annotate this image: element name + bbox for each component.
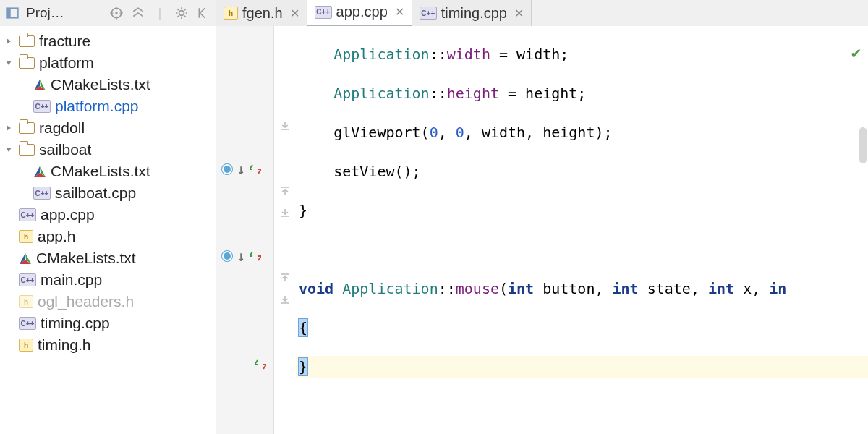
tree-item-ogl_headers-h[interactable]: hogl_headers.h [0, 291, 216, 312]
scroll-from-source-icon[interactable] [109, 5, 124, 21]
tree-item-label: ragdoll [39, 119, 85, 137]
tree-item-app-cpp[interactable]: C++app.cpp [0, 204, 216, 226]
tree-arrow-icon[interactable] [3, 38, 14, 45]
cmake-icon [33, 165, 46, 178]
fold-end-icon[interactable] [274, 289, 296, 310]
cpp-file-icon: C++ [420, 7, 437, 20]
fold-start-icon[interactable] [274, 267, 296, 289]
svg-rect-1 [7, 8, 11, 18]
close-icon[interactable]: ✕ [511, 7, 524, 20]
project-toolbar: Proj… | [0, 0, 216, 26]
tab-app-cpp[interactable]: C++ app.cpp ✕ [307, 0, 412, 26]
tree-item-main-cpp[interactable]: C++main.cpp [0, 269, 216, 291]
cpp-file-icon: C++ [19, 317, 36, 330]
divider-icon: | [152, 5, 168, 21]
close-icon[interactable]: ✕ [287, 7, 299, 20]
arrow-down-icon: ↓ [237, 247, 245, 265]
gutter-implements-marker[interactable]: ↓ [216, 158, 273, 180]
cpp-file-icon: C++ [19, 208, 36, 221]
tree-item-platform-cpp[interactable]: C++platform.cpp [0, 95, 216, 117]
vcs-change-icon [250, 251, 261, 261]
editor-tabs: h fgen.h ✕ C++ app.cpp ✕ C++ timing.cpp … [216, 0, 868, 26]
project-pane-icon[interactable] [4, 5, 20, 21]
tree-item-label: CMakeLists.txt [36, 250, 136, 267]
cpp-file-icon: C++ [315, 6, 332, 19]
code-content[interactable]: Application::width = width; Application:… [296, 26, 868, 434]
tree-item-fracture[interactable]: fracture [0, 30, 216, 52]
tree-item-cmakelists-txt[interactable]: CMakeLists.txt [0, 161, 216, 182]
vcs-change-icon [255, 359, 266, 370]
svg-point-8 [179, 11, 184, 16]
close-icon[interactable]: ✕ [392, 5, 404, 19]
cmake-icon [19, 252, 32, 265]
vcs-change-icon [250, 164, 261, 174]
project-toolbar-label: Proj… [26, 5, 103, 21]
tree-arrow-icon[interactable] [3, 124, 14, 132]
hide-icon[interactable] [195, 5, 211, 21]
tree-arrow-icon[interactable] [3, 146, 14, 153]
h-file-icon: h [19, 230, 33, 243]
inspection-ok-icon[interactable]: ✔ [851, 43, 861, 61]
gear-icon[interactable] [174, 5, 190, 21]
tree-item-cmakelists-txt[interactable]: CMakeLists.txt [0, 74, 216, 95]
project-tree[interactable]: fractureplatformCMakeLists.txtC++platfor… [0, 26, 216, 434]
fold-column[interactable] [274, 26, 296, 434]
h-file-icon: h [224, 7, 238, 20]
tab-fgen-h[interactable]: h fgen.h ✕ [216, 0, 307, 26]
cmake-icon [33, 78, 46, 91]
fold-end-icon[interactable] [274, 115, 296, 137]
tree-item-timing-cpp[interactable]: C++timing.cpp [0, 312, 216, 334]
tree-item-sailboat[interactable]: sailboat [0, 139, 216, 161]
implements-icon [222, 251, 232, 261]
tree-item-label: timing.h [38, 336, 91, 354]
gutter[interactable]: ↓ ↓ [216, 26, 274, 434]
tree-item-ragdoll[interactable]: ragdoll [0, 117, 216, 139]
tab-label: app.cpp [336, 4, 388, 20]
tree-item-platform[interactable]: platform [0, 52, 216, 74]
folder-icon [19, 57, 35, 69]
tree-item-timing-h[interactable]: htiming.h [0, 334, 216, 356]
arrow-down-icon: ↓ [237, 161, 245, 178]
gutter-implements-marker[interactable]: ↓ [216, 245, 273, 267]
tab-timing-cpp[interactable]: C++ timing.cpp ✕ [412, 0, 532, 26]
main-area: fractureplatformCMakeLists.txtC++platfor… [0, 26, 868, 434]
tree-arrow-icon[interactable] [3, 59, 14, 67]
tree-item-label: sailboat.cpp [55, 184, 136, 202]
tree-item-label: main.cpp [41, 271, 102, 289]
folder-icon [19, 144, 35, 156]
tree-item-label: platform [39, 54, 94, 72]
cpp-file-icon: C++ [33, 187, 51, 200]
folder-icon [19, 122, 35, 134]
gutter-vcs-marker[interactable] [216, 354, 273, 375]
tree-item-label: app.cpp [41, 206, 95, 224]
tree-item-label: CMakeLists.txt [51, 163, 150, 180]
tree-item-cmakelists-txt[interactable]: CMakeLists.txt [0, 247, 216, 269]
tab-label: fgen.h [242, 5, 283, 22]
h-file-icon: h [19, 339, 33, 352]
svg-point-3 [115, 12, 117, 14]
code-editor[interactable]: ↓ ↓ Application::width = width; Applicat… [216, 26, 868, 434]
scrollbar-thumb[interactable] [859, 127, 867, 163]
implements-icon [222, 164, 232, 174]
cpp-file-icon: C++ [19, 273, 36, 286]
tree-item-label: timing.cpp [41, 315, 110, 332]
tree-item-label: fracture [39, 33, 90, 50]
tree-item-label: sailboat [39, 141, 91, 158]
folder-icon [19, 35, 35, 47]
tab-label: timing.cpp [441, 5, 507, 22]
collapse-all-icon[interactable] [130, 5, 146, 21]
tree-item-label: app.h [38, 228, 76, 245]
h-file-icon: h [19, 295, 33, 308]
tree-item-sailboat-cpp[interactable]: C++sailboat.cpp [0, 182, 216, 204]
tree-item-label: ogl_headers.h [38, 293, 134, 310]
fold-end-icon[interactable] [274, 202, 296, 224]
tree-item-label: platform.cpp [55, 98, 139, 115]
tree-item-app-h[interactable]: happ.h [0, 226, 216, 247]
fold-start-icon[interactable] [274, 180, 296, 202]
tree-item-label: CMakeLists.txt [51, 76, 150, 93]
cpp-file-icon: C++ [33, 100, 51, 113]
top-bar: Proj… | h fgen.h ✕ C++ app.cpp ✕ C++ tim… [0, 0, 868, 26]
